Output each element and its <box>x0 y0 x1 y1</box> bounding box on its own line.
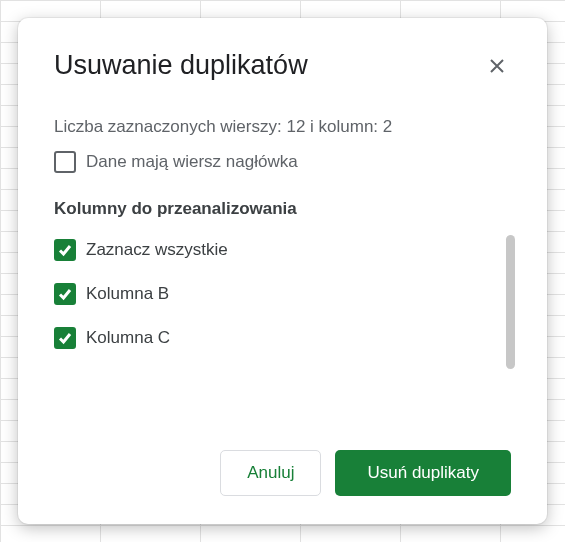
close-icon <box>489 58 505 74</box>
dialog-title: Usuwanie duplikatów <box>54 50 308 81</box>
select-all-checkbox[interactable] <box>54 239 76 261</box>
dialog-header: Usuwanie duplikatów <box>54 50 511 81</box>
columns-list: Zaznacz wszystkie Kolumna B Kolumna C <box>54 239 511 349</box>
check-icon <box>57 330 73 346</box>
column-label: Kolumna B <box>86 284 169 304</box>
select-all-label: Zaznacz wszystkie <box>86 240 228 260</box>
column-row: Kolumna B <box>54 283 511 305</box>
selection-info: Liczba zaznaczonych wierszy: 12 i kolumn… <box>54 117 511 137</box>
scrollbar-thumb[interactable] <box>506 235 515 369</box>
header-row-label: Dane mają wiersz nagłówka <box>86 152 298 172</box>
column-label: Kolumna C <box>86 328 170 348</box>
remove-duplicates-dialog: Usuwanie duplikatów Liczba zaznaczonych … <box>18 18 547 524</box>
columns-section-title: Kolumny do przeanalizowania <box>54 199 511 219</box>
header-row-checkbox[interactable] <box>54 151 76 173</box>
header-row-option: Dane mają wiersz nagłówka <box>54 151 511 173</box>
dialog-actions: Anuluj Usuń duplikaty <box>54 426 511 524</box>
cancel-button[interactable]: Anuluj <box>220 450 321 496</box>
close-button[interactable] <box>483 52 511 80</box>
select-all-row: Zaznacz wszystkie <box>54 239 511 261</box>
remove-duplicates-button[interactable]: Usuń duplikaty <box>335 450 511 496</box>
column-checkbox[interactable] <box>54 283 76 305</box>
column-checkbox[interactable] <box>54 327 76 349</box>
check-icon <box>57 286 73 302</box>
column-row: Kolumna C <box>54 327 511 349</box>
check-icon <box>57 242 73 258</box>
columns-area: Zaznacz wszystkie Kolumna B Kolumna C <box>54 239 511 426</box>
